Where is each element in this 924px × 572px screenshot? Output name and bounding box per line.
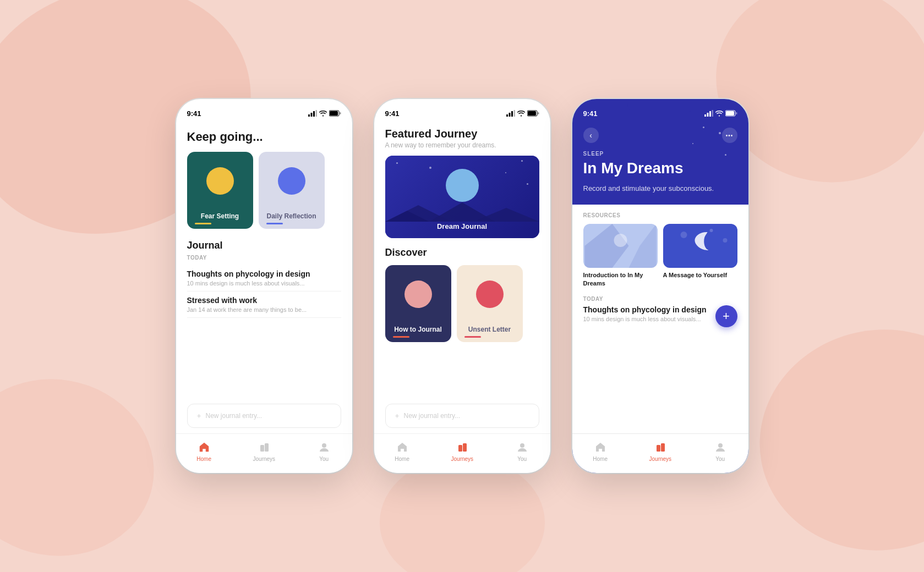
resource-card-2-art [663, 224, 737, 268]
signal-icon-3 [704, 110, 713, 117]
resource-1[interactable]: Introduction to In My Dreams [583, 224, 658, 288]
svg-rect-16 [509, 113, 510, 117]
unsent-letter-card[interactable]: Unsent Letter [457, 265, 523, 342]
hstar3 [692, 143, 693, 144]
status-icons-2 [506, 110, 539, 117]
cards-row: Fear Setting Daily Reflection [187, 152, 341, 229]
p3-entry-meta: 10 mins design is much less about visual… [583, 316, 707, 322]
resources-label: RESOURCES [583, 212, 737, 218]
dream-journal-label: Dream Journal [437, 222, 487, 230]
new-entry-bar-1[interactable]: ＋ New journal entry... [187, 404, 341, 428]
home-icon-1 [198, 441, 210, 453]
svg-point-46 [718, 443, 723, 448]
discover-title: Discover [385, 247, 539, 258]
featured-sub: A new way to remember your dreams. [385, 141, 539, 149]
main-title: In My Dreams [583, 159, 737, 178]
fear-circle [206, 167, 234, 195]
journal-entry-1[interactable]: Thoughts on phycology in design 10 mins … [187, 265, 341, 292]
tab-you-2[interactable]: You [515, 440, 529, 462]
fear-setting-card[interactable]: Fear Setting [187, 152, 253, 229]
svg-rect-34 [726, 111, 734, 116]
svg-point-39 [614, 234, 627, 247]
p3-entry-info[interactable]: Thoughts on phycology in design 10 mins … [583, 305, 707, 322]
hstar2 [719, 132, 721, 134]
svg-point-14 [322, 443, 326, 448]
home-tab-icon-3 [593, 440, 608, 454]
tab-bar-1: Home Journeys You [176, 433, 352, 473]
new-entry-text-1: New journal entry... [206, 412, 263, 420]
entry1-meta: 10 mins design is much less about visual… [187, 280, 341, 287]
status-icons-1 [308, 110, 341, 117]
tab-home-1[interactable]: Home [196, 440, 211, 462]
resource-card-1-art [583, 224, 658, 268]
resource-1-label-wrap: Introduction to In My Dreams [583, 271, 658, 288]
home-tab-icon-1 [197, 440, 211, 454]
today-label-3: TODAY [583, 296, 737, 302]
phone1-body: Keep going... Fear Setting Daily Reflect… [176, 123, 352, 398]
tab-journeys-label-3: Journeys [649, 456, 672, 462]
tab-journeys-1[interactable]: Journeys [253, 440, 276, 462]
svg-point-42 [709, 229, 713, 232]
resource-card-1 [583, 224, 658, 268]
back-button[interactable]: ‹ [583, 128, 599, 143]
resources-cards: Introduction to In My Dreams [583, 224, 737, 288]
unsent-circle [476, 280, 504, 308]
journeys-tab-icon-1 [257, 440, 271, 454]
tab-home-2[interactable]: Home [395, 440, 409, 462]
more-button[interactable]: ••• [722, 128, 737, 143]
tab-you-label-1: You [319, 456, 329, 462]
hstar1 [703, 127, 704, 128]
notch-3 [627, 99, 693, 114]
svg-rect-26 [458, 445, 462, 452]
discover-cards: How to Journal Unsent Letter [385, 265, 539, 342]
svg-point-4 [380, 457, 545, 572]
resource-card-2 [663, 224, 737, 268]
svg-point-41 [680, 232, 687, 238]
plus-icon-2: ＋ [393, 411, 401, 421]
p3-entry-row: Thoughts on phycology in design 10 mins … [583, 305, 737, 327]
reflection-progress [266, 223, 283, 224]
tab-journeys-3[interactable]: Journeys [649, 440, 672, 462]
phone1-heading: Keep going... [187, 130, 341, 144]
resource-2[interactable]: A Message to Yourself [663, 224, 737, 288]
daily-reflection-card[interactable]: Daily Reflection [259, 152, 325, 229]
tab-bar-3: Home Journeys You [572, 433, 748, 473]
star5 [527, 183, 528, 185]
svg-point-3 [0, 364, 168, 571]
you-tab-icon-1 [317, 440, 331, 454]
journeys-icon-2 [456, 441, 468, 453]
tab-you-3[interactable]: You [713, 440, 728, 462]
new-entry-bar-2[interactable]: ＋ New journal entry... [385, 404, 539, 428]
description: Record and stimulate your subconscious. [583, 183, 737, 194]
journal-entry-2[interactable]: Stressed with work Jan 14 at work there … [187, 292, 341, 318]
tab-you-1[interactable]: You [317, 440, 331, 462]
svg-rect-20 [528, 111, 536, 116]
dream-journal-card[interactable]: Dream Journal [385, 156, 539, 238]
phone2-body: Featured Journey A new way to remember y… [374, 123, 550, 398]
svg-rect-21 [538, 112, 539, 114]
journeys-icon-3 [654, 441, 666, 453]
svg-rect-32 [712, 110, 713, 117]
tab-journeys-2[interactable]: Journeys [451, 440, 474, 462]
p3-entry-title: Thoughts on phycology in design [583, 305, 707, 314]
fab-button[interactable]: + [715, 305, 737, 327]
phone-3: 9:41 [572, 99, 748, 473]
journeys-icon-1 [258, 441, 270, 453]
today-label-1: TODAY [187, 255, 341, 261]
svg-rect-35 [736, 112, 737, 114]
tab-home-3[interactable]: Home [593, 440, 608, 462]
how-circle [404, 280, 432, 308]
signal-icon [308, 110, 317, 117]
svg-rect-44 [657, 445, 660, 452]
how-to-journal-card[interactable]: How to Journal [385, 265, 451, 342]
phone-2: 9:41 [374, 99, 550, 473]
status-icons-3 [704, 110, 737, 117]
svg-point-43 [723, 238, 727, 243]
tab-you-label-3: You [715, 456, 725, 462]
how-to-journal-label: How to Journal [394, 326, 442, 334]
entry1-title: Thoughts on phycology in design [187, 270, 341, 278]
svg-rect-15 [506, 114, 508, 117]
phone3-body: RESOURCES Introduction to In My Dreams [572, 205, 748, 433]
tab-home-label-3: Home [593, 456, 608, 462]
svg-rect-7 [313, 111, 315, 117]
